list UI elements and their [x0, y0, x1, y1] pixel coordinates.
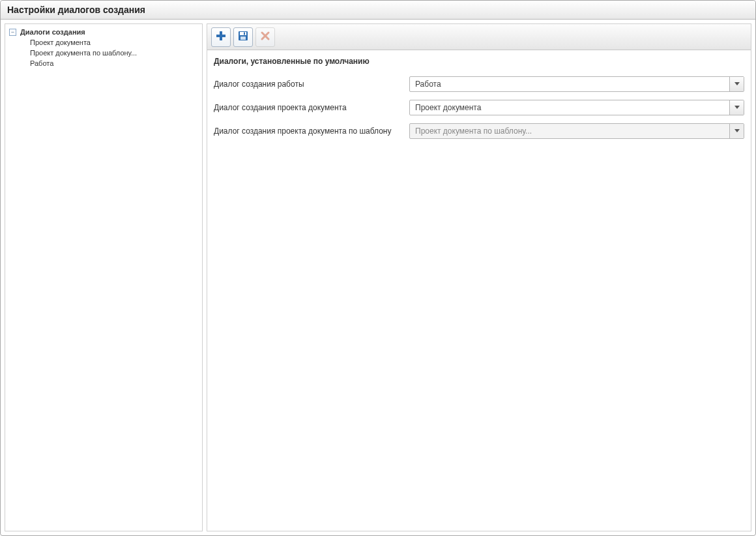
combo-project-dialog-value: Проект документа [410, 100, 729, 115]
combo-work-dialog-trigger[interactable] [729, 77, 744, 91]
tree-item-project-document[interactable]: Проект документа [30, 37, 202, 48]
save-button[interactable] [233, 27, 253, 47]
svg-rect-5 [244, 33, 245, 35]
chevron-down-icon [734, 80, 740, 89]
label-project-dialog: Диалог создания проекта документа [214, 103, 409, 112]
window-body: − Диалоги создания Проект документа Прое… [1, 20, 755, 535]
svg-marker-8 [734, 82, 740, 85]
tree-root-label[interactable]: Диалоги создания [20, 28, 85, 36]
svg-rect-3 [240, 32, 246, 35]
delete-icon [259, 30, 271, 44]
main-panel: Диалоги, установленные по умолчанию Диал… [207, 23, 751, 531]
chevron-down-icon [734, 127, 740, 136]
combo-work-dialog[interactable]: Работа [409, 76, 744, 92]
form-row-project-template-dialog: Диалог создания проекта документа по шаб… [214, 123, 744, 139]
svg-rect-1 [216, 35, 225, 37]
tree-children: Проект документа Проект документа по шаб… [5, 37, 202, 68]
section-title: Диалоги, установленные по умолчанию [207, 50, 751, 70]
svg-marker-9 [734, 106, 740, 109]
form-row-project-dialog: Диалог создания проекта документа Проект… [214, 100, 744, 115]
tree-root[interactable]: − Диалоги создания [5, 27, 202, 37]
label-project-template-dialog: Диалог создания проекта документа по шаб… [214, 127, 409, 136]
svg-rect-4 [240, 37, 246, 40]
title-bar: Настройки диалогов создания [1, 1, 755, 20]
toolbar [207, 24, 751, 50]
save-icon [237, 30, 249, 44]
combo-project-template-dialog: Проект документа по шаблону... [409, 123, 744, 139]
chevron-down-icon [734, 103, 740, 112]
window-title: Настройки диалогов создания [7, 5, 145, 15]
combo-project-template-dialog-value: Проект документа по шаблону... [410, 124, 729, 138]
form-row-work-dialog: Диалог создания работы Работа [214, 76, 744, 92]
plus-icon [215, 30, 227, 44]
sidebar: − Диалоги создания Проект документа Прое… [5, 23, 203, 531]
svg-marker-10 [734, 129, 740, 132]
add-button[interactable] [211, 27, 231, 47]
label-work-dialog: Диалог создания работы [214, 80, 409, 89]
defaults-form: Диалог создания работы Работа Диалог соз… [207, 70, 751, 149]
combo-work-dialog-value: Работа [410, 77, 729, 91]
delete-button [255, 27, 275, 47]
combo-project-dialog[interactable]: Проект документа [409, 100, 744, 115]
tree-item-project-document-template[interactable]: Проект документа по шаблону... [30, 48, 202, 58]
settings-window: Настройки диалогов создания − Диалоги со… [0, 0, 756, 536]
combo-project-template-dialog-trigger [729, 124, 744, 138]
combo-project-dialog-trigger[interactable] [729, 100, 744, 115]
tree-item-work[interactable]: Работа [30, 58, 202, 68]
tree-toggle-icon[interactable]: − [9, 29, 16, 36]
